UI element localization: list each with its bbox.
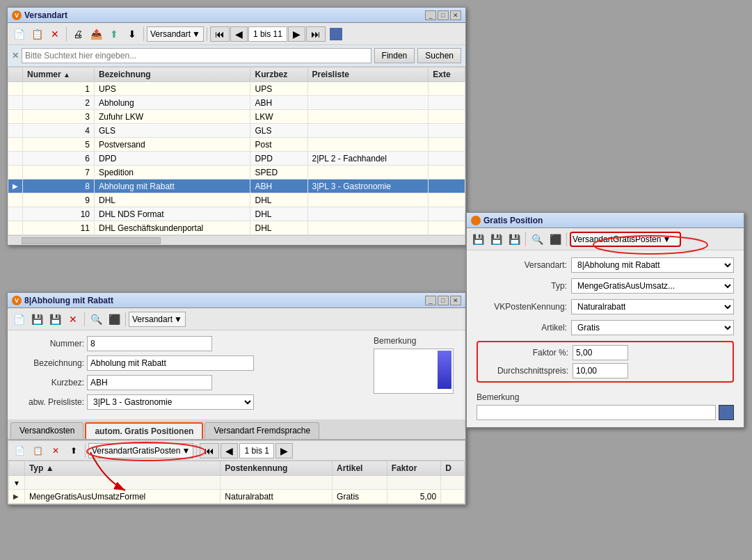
table-row[interactable]: 10 DHL NDS Format DHL	[8, 207, 465, 221]
col-kurzbez[interactable]: Kurzbez	[250, 67, 307, 82]
preisliste-select[interactable]: 3|PL 3 - Gastronomie	[87, 394, 254, 410]
print-button[interactable]: 🖨	[70, 26, 86, 42]
detail-save-button[interactable]: 💾	[29, 311, 45, 328]
scrollbar-thumb[interactable]	[22, 237, 161, 244]
detail-close-button[interactable]: ✕	[450, 296, 461, 305]
search-close-button[interactable]: ✕	[12, 51, 19, 61]
finden-button[interactable]: Finden	[374, 48, 415, 63]
inner-extra-button[interactable]: ⬆	[65, 442, 82, 459]
table-row[interactable]: 9 DHL DHL	[8, 193, 465, 207]
detail-minimize-button[interactable]: _	[425, 296, 436, 305]
inner-new-button[interactable]: 📄	[11, 442, 28, 459]
nummer-input[interactable]	[87, 336, 212, 351]
highlight-group: Faktor %: Durchschnittspreis:	[477, 341, 734, 383]
inner-table-row[interactable]: ▶ MengeGratisAusUmsatzFormel Naturalraba…	[9, 490, 465, 504]
row-bezeichnung: GLS	[94, 124, 250, 138]
gratis-bemerkung-input[interactable]	[477, 405, 716, 420]
search-input[interactable]	[22, 48, 371, 63]
gratis-extra-button[interactable]: ⬛	[547, 231, 563, 248]
inner-versandart-dropdown[interactable]: VersandartGratisPosten ▼	[88, 443, 193, 458]
table-row[interactable]: ▶ 8 Abholung mit Rabatt ABH 3|PL 3 - Gas…	[8, 179, 465, 193]
suchen-button[interactable]: Suchen	[417, 48, 461, 63]
new-button[interactable]: 📄	[10, 26, 27, 42]
inner-col-d[interactable]: D	[441, 461, 465, 476]
nav-last-button[interactable]: ⏭	[306, 26, 326, 42]
inner-col-faktor[interactable]: Faktor	[387, 461, 441, 476]
gratis-save2-button[interactable]: 💾	[488, 231, 504, 248]
col-preisliste[interactable]: Preisliste	[307, 67, 429, 82]
copy-button[interactable]: 📋	[29, 26, 45, 42]
row-extra	[429, 138, 465, 152]
inner-separator	[85, 444, 86, 458]
versandart-dropdown[interactable]: Versandart ▼	[147, 26, 204, 42]
col-nummer[interactable]: Nummer ▲	[23, 67, 95, 82]
col-bezeichnung[interactable]: Bezeichnung	[94, 67, 250, 82]
inner-copy-button[interactable]: 📋	[29, 442, 46, 459]
nav-prev-button[interactable]: ◀	[230, 26, 248, 42]
table-row[interactable]: 3 Zufuhr LKW LKW	[8, 110, 465, 124]
gratis-durchschnitt-input[interactable]	[573, 363, 628, 378]
row-bezeichnung: DHL Geschäftskundenportal	[94, 221, 250, 235]
delete-button[interactable]: ✕	[47, 26, 63, 42]
versandart-gratis-posten-dropdown[interactable]: VersandartGratisPosten ▼	[570, 232, 681, 247]
gratis-save3-button[interactable]: 💾	[506, 231, 522, 248]
inner-nav-next[interactable]: ▶	[275, 443, 293, 458]
col-extra[interactable]: Exte	[429, 67, 465, 82]
detail-title-bar: V 8|Abholung mit Rabatt _ □ ✕	[8, 293, 465, 308]
row-indicator	[8, 207, 23, 221]
inner-col-typ[interactable]: Typ ▲	[24, 461, 220, 476]
detail-versandart-dropdown[interactable]: Versandart ▼	[129, 312, 186, 327]
table-row[interactable]: 4 GLS GLS	[8, 124, 465, 138]
table-row[interactable]: 5 Postversand Post	[8, 138, 465, 152]
detail-save2-button[interactable]: 💾	[47, 311, 63, 328]
detail-extra-button[interactable]: ⬛	[106, 311, 122, 328]
gratis-save-button[interactable]: 💾	[470, 231, 486, 248]
bemerkung-side: Bemerkung	[368, 330, 465, 419]
gratis-vkposten-select[interactable]: Naturalrabatt	[571, 299, 734, 314]
detail-maximize-button[interactable]: □	[438, 296, 449, 305]
close-button[interactable]: ✕	[450, 10, 461, 20]
table-row[interactable]: 11 DHL Geschäftskundenportal DHL	[8, 221, 465, 235]
versandart-window-controls: _ □ ✕	[425, 10, 461, 20]
import-button[interactable]: ⬆	[106, 26, 122, 42]
inner-delete-button[interactable]: ✕	[47, 442, 64, 459]
gratis-search-button[interactable]: 🔍	[529, 231, 545, 248]
minimize-button[interactable]: _	[425, 10, 436, 20]
table-row[interactable]: 1 UPS UPS	[8, 82, 465, 96]
gratis-bemerkung-button[interactable]	[719, 405, 734, 420]
inner-nav-first[interactable]: ⏮	[200, 443, 219, 458]
inner-row-postenkennung: Naturalrabatt	[221, 490, 333, 504]
tab-gratis-positionen[interactable]: autom. Gratis Positionen	[85, 422, 203, 439]
horizontal-scrollbar[interactable]	[8, 235, 465, 245]
separator-1	[66, 27, 67, 41]
inner-col-artikel[interactable]: Artikel	[333, 461, 387, 476]
row-preisliste	[307, 138, 429, 152]
table-row[interactable]: 7 Spedition SPED	[8, 166, 465, 179]
inner-row-indicator: ▶	[9, 490, 25, 504]
gratis-sep	[525, 232, 526, 246]
tab-versandkosten[interactable]: Versandkosten	[10, 422, 83, 439]
bezeichnung-input[interactable]	[87, 355, 254, 371]
detail-delete-button[interactable]: ✕	[65, 311, 81, 328]
gratis-faktor-input[interactable]	[573, 345, 628, 360]
inner-nav-prev[interactable]: ◀	[221, 443, 238, 458]
tab-fremdsprache[interactable]: Versandart Fremdsprache	[205, 422, 319, 439]
detail-search-button[interactable]: 🔍	[88, 311, 104, 328]
gratis-versandart-select[interactable]: 8|Abholung mit Rabatt	[571, 257, 734, 273]
extra-btn[interactable]: ⬇	[124, 26, 141, 42]
versandart-table-scroll[interactable]: Nummer ▲ Bezeichnung Kurzbez Preisliste …	[8, 67, 465, 235]
row-bezeichnung: DPD	[94, 152, 250, 166]
gratis-artikel-select[interactable]: Gratis	[571, 320, 734, 335]
nav-first-button[interactable]: ⏮	[210, 26, 230, 42]
maximize-button[interactable]: □	[438, 10, 449, 20]
table-row[interactable]: 6 DPD DPD 2|PL 2 - Fachhandel	[8, 152, 465, 166]
table-row[interactable]: 2 Abholung ABH	[8, 96, 465, 110]
inner-col-postenkennung[interactable]: Postenkennung	[221, 461, 333, 476]
nav-next-button[interactable]: ▶	[288, 26, 305, 42]
export-button[interactable]: 📤	[88, 26, 104, 42]
bemerkung-bar	[438, 351, 451, 389]
gratis-typ-select[interactable]: MengeGratisAusUmsatz...	[571, 278, 734, 294]
kurzbez-input[interactable]	[87, 375, 212, 390]
detail-new-button[interactable]: 📄	[10, 311, 27, 328]
gratis-vkposten-label: VKPostenKennung:	[477, 302, 567, 312]
